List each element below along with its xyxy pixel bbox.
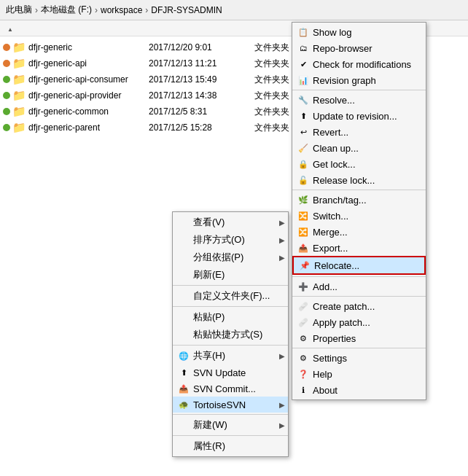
svn-menu-item[interactable]: 🌿 Branch/tag... [292,192,426,208]
submenu-arrow: ▶ [279,219,285,227]
svn-menu-icon: 🗂 [297,42,310,54]
svn-menu-item[interactable]: 🔧 Resolve... [292,92,426,108]
menu-label: SVN Update [193,367,246,378]
file-type: 文件夹夹 [254,42,289,54]
svn-menu-label: Help [313,369,332,380]
file-type: 文件夹夹 [254,90,289,102]
win-menu-item[interactable]: 📤 SVN Commit... [173,381,288,397]
svn-menu-label: Revert... [313,127,348,138]
svn-menu-item[interactable]: 📋 Show log [292,24,426,40]
svn-menu-item[interactable]: 🔀 Merge... [292,224,426,240]
menu-divider [292,190,426,190]
breadcrumb-bar: 此电脑 › 本地磁盘 (F:) › workspace › DFJR-SYSAD… [0,0,468,20]
win-menu-item[interactable]: 粘贴(P) [173,308,288,326]
file-date: 2017/12/13 15:49 [149,74,254,85]
menu-icon [177,234,190,246]
svn-menu-item[interactable]: ⚙ Properties [292,330,426,346]
file-type: 文件夹夹 [254,58,289,70]
win-menu-item[interactable]: 属性(R) [173,437,288,455]
menu-label: 粘贴(P) [193,311,225,324]
svn-menu-icon: 🩹 [297,316,310,328]
file-date: 2017/12/13 11:21 [149,58,254,69]
win-menu-item[interactable]: 刷新(E) [173,266,288,284]
svn-menu-icon: ➕ [297,281,310,292]
svn-menu-icon: 📤 [297,242,310,254]
menu-icon: ⬆ [177,367,190,378]
menu-icon [177,269,190,281]
svn-status-badge [3,108,10,115]
svn-status-badge [3,76,10,83]
svn-menu-item[interactable]: 📊 Revision graph [292,72,426,88]
svn-menu-item[interactable]: 📌 Relocate... [292,256,426,275]
svn-menu-label: Apply patch... [313,317,370,328]
menu-label: 粘贴快捷方式(S) [193,328,262,341]
svn-menu-icon: 📋 [297,26,310,38]
breadcrumb-part-2[interactable]: workspace [101,5,142,15]
svn-menu-label: Properties [313,333,356,344]
svn-menu-item[interactable]: ✔ Check for modifications [292,56,426,72]
folder-icon: 📁 [12,41,26,54]
folder-icon: 📁 [12,121,26,134]
svn-menu-icon: ⚙ [297,352,310,364]
svn-menu-label: About [313,385,338,396]
menu-label: TortoiseSVN [193,399,246,410]
col-header-name[interactable]: ▲ [3,23,163,34]
svn-menu-icon: ⬆ [297,110,310,122]
svn-menu-label: Resolve... [313,95,355,106]
svn-menu-item[interactable]: ⚙ Settings [292,350,426,366]
folder-icon: 📁 [12,57,26,70]
menu-icon [177,251,190,263]
svn-menu-item[interactable]: ⬆ Update to revision... [292,108,426,124]
menu-divider [292,348,426,348]
win-menu-item[interactable]: 🐢 TortoiseSVN ▶ [173,397,288,413]
svn-menu-item[interactable]: 🧹 Clean up... [292,140,426,156]
svn-menu-item[interactable]: 🩹 Create patch... [292,298,426,314]
svn-menu-icon: ⚙ [297,332,310,344]
menu-icon [177,440,190,452]
menu-icon [177,311,190,323]
svn-menu-icon: ↩ [297,126,310,138]
breadcrumb-part-3[interactable]: DFJR-SYSADMIN [151,5,222,15]
svn-status-badge [3,124,10,131]
win-menu-item[interactable]: 🌐 共享(H) ▶ [173,347,288,364]
svn-menu-icon: 🧹 [297,142,310,154]
breadcrumb-part-1[interactable]: 本地磁盘 (F:) [41,4,92,16]
folder-icon: 📁 [12,105,26,118]
svn-menu-label: Clean up... [313,143,359,154]
win-menu-item[interactable]: 分组依据(P) ▶ [173,249,288,266]
win-menu-item[interactable]: 新建(W) ▶ [173,416,288,434]
sort-arrow: ▲ [7,26,13,33]
svn-menu-label: Branch/tag... [313,195,367,206]
svn-menu-label: Settings [313,353,347,364]
file-name-cell: 📁 dfjr-generic-api-consumer [3,73,149,86]
menu-icon: 🌐 [177,350,190,362]
win-menu-item[interactable]: 排序方式(O) ▶ [173,231,288,249]
svn-menu-item[interactable]: 📤 Export... [292,240,426,256]
menu-label: 自定义文件夹(F)... [193,289,270,303]
win-menu-item[interactable]: 自定义文件夹(F)... [173,287,288,305]
submenu-arrow: ▶ [279,254,285,262]
svn-menu-item[interactable]: 🔀 Switch... [292,208,426,224]
svn-menu-item[interactable]: ℹ About [292,382,426,398]
svn-menu-item[interactable]: ➕ Add... [292,278,426,294]
menu-label: 查看(V) [193,216,225,229]
svn-menu-item[interactable]: ↩ Revert... [292,124,426,140]
breadcrumb-part-0[interactable]: 此电脑 [6,4,32,16]
win-menu-item[interactable]: 查看(V) ▶ [173,214,288,231]
breadcrumb-sep-0: › [35,5,38,15]
menu-label: 分组依据(P) [193,251,243,264]
file-name-cell: 📁 dfjr-generic-parent [3,121,149,134]
file-date: 2017/12/5 15:28 [149,122,254,133]
menu-icon [177,216,190,228]
svn-menu-item[interactable]: 🔓 Release lock... [292,172,426,188]
folder-icon: 📁 [12,73,26,86]
svn-menu-item[interactable]: 🔒 Get lock... [292,156,426,172]
svn-menu-item[interactable]: 🩹 Apply patch... [292,314,426,330]
svn-menu-icon: 🩹 [297,300,310,312]
folder-icon: 📁 [12,89,26,102]
svn-menu-item[interactable]: 🗂 Repo-browser [292,40,426,56]
win-menu-item[interactable]: ⬆ SVN Update [173,364,288,381]
submenu-arrow: ▶ [279,352,285,360]
svn-menu-item[interactable]: ❓ Help [292,366,426,382]
win-menu-item[interactable]: 粘贴快捷方式(S) [173,326,288,343]
